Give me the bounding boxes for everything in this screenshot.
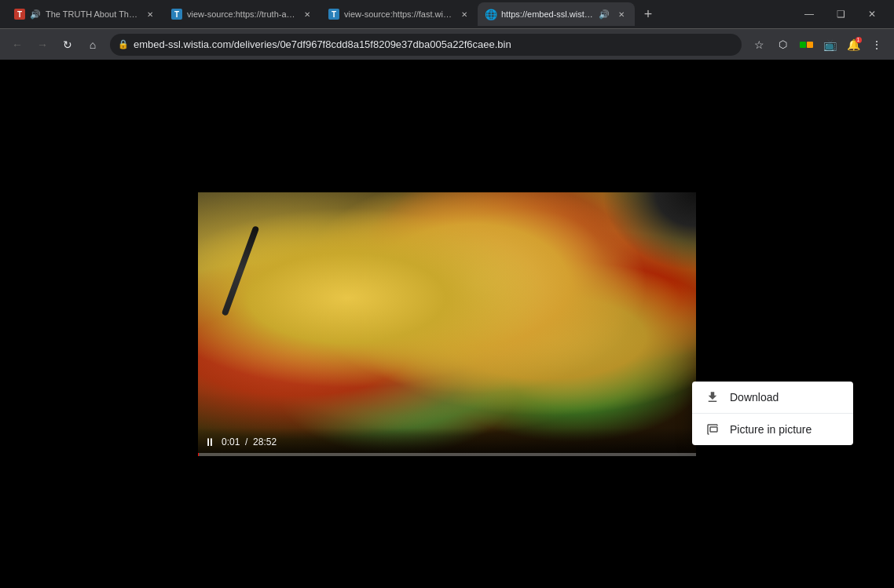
tab-2-favicon: T [171,9,182,20]
tab-3-close[interactable]: ✕ [459,9,470,20]
back-button[interactable]: ← [6,34,28,56]
tab-4-close[interactable]: ✕ [616,9,627,20]
video-player[interactable]: ⏸ 0:01 / 28:52 Download [198,192,696,456]
video-thumbnail [198,192,696,456]
tab-1-label: The TRUTH About The Ke [46,9,138,19]
new-tab-button[interactable]: + [638,4,658,24]
tab-2-label: view-source:https://truth-abo [187,9,295,19]
context-menu: Download Picture in picture [692,382,853,445]
lock-icon: 🔒 [118,39,129,49]
tab-4-favicon: 🌐 [485,9,496,20]
address-text: embed-ssl.wistia.com/deliveries/0e7df967… [134,38,734,50]
restore-button[interactable]: ❑ [825,0,856,28]
tab-4-audio-icon: 🔊 [599,9,610,20]
video-controls: ⏸ 0:01 / 28:52 [198,428,696,456]
progress-bar[interactable] [198,453,696,456]
minimize-button[interactable]: — [793,0,825,28]
toolbar: ← → ↻ ⌂ 🔒 embed-ssl.wistia.com/deliverie… [0,28,894,60]
download-icon [705,389,720,405]
tab-1[interactable]: T 🔊 The TRUTH About The Ke ✕ [6,2,163,26]
tab-3-label: view-source:https://fast.wistia [344,9,452,19]
close-button[interactable]: ✕ [856,0,888,28]
download-label: Download [730,391,779,404]
tab-1-audio-icon: 🔊 [30,9,41,20]
profile-button[interactable] [795,34,817,56]
time-display: 0:01 / 28:52 [222,436,277,447]
chrome-browser: T 🔊 The TRUTH About The Ke ✕ T view-sour… [0,0,894,60]
bookmark-button[interactable]: ☆ [748,34,770,56]
reload-button[interactable]: ↻ [57,34,79,56]
tab-3-favicon: T [328,9,339,20]
pip-label: Picture in picture [730,423,812,436]
pause-button[interactable]: ⏸ [204,436,215,448]
toolbar-right: ☆ ⬡ 📺 🔔1 ⋮ [748,34,888,56]
home-button[interactable]: ⌂ [82,34,104,56]
tab-2[interactable]: T view-source:https://truth-abo ✕ [163,2,321,26]
tab-4[interactable]: 🌐 https://embed-ssl.wistia.co 🔊 ✕ [478,2,635,26]
context-menu-pip[interactable]: Picture in picture [692,413,853,445]
tab-4-label: https://embed-ssl.wistia.co [501,9,594,19]
extensions-button[interactable]: ⬡ [771,34,793,56]
page-content: ⏸ 0:01 / 28:52 Download [0,60,894,588]
notification-button[interactable]: 🔔1 [842,34,864,56]
pip-icon [705,422,720,437]
window-controls: — ❑ ✕ [793,0,888,28]
tab-1-close[interactable]: ✕ [145,9,156,20]
tab-2-close[interactable]: ✕ [302,9,313,20]
tab-3[interactable]: T view-source:https://fast.wistia ✕ [321,2,478,26]
title-bar: T 🔊 The TRUTH About The Ke ✕ T view-sour… [0,0,894,28]
address-bar[interactable]: 🔒 embed-ssl.wistia.com/deliveries/0e7df9… [110,34,742,56]
forward-button[interactable]: → [31,34,53,56]
context-menu-download[interactable]: Download [692,382,853,413]
menu-button[interactable]: ⋮ [866,34,888,56]
tab-1-favicon: T [14,9,25,20]
cast-button[interactable]: 📺 [819,34,841,56]
